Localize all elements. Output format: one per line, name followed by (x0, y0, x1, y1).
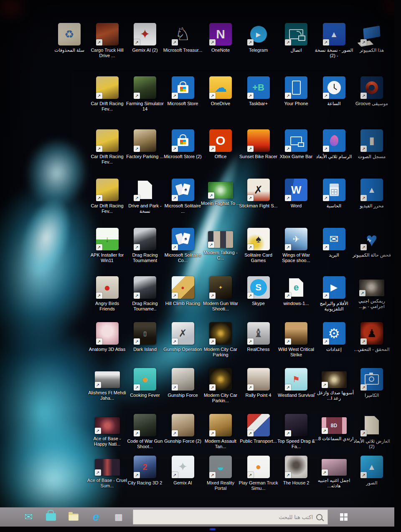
start-button[interactable] (333, 507, 355, 527)
desktop-icon-cargo-truck-hill-drive[interactable]: ↗Cargo Truck Hill Drive ... (87, 23, 127, 74)
desktop-icon-word[interactable]: W↗Word (276, 179, 316, 229)
desktop-icon-modern-city-car-parking-2[interactable]: ↗Modern City Car Parkin... (200, 368, 241, 419)
taskbar-store-icon[interactable] (43, 509, 59, 525)
desktop-icon-rally-point-4[interactable]: ↗Rally Point 4 (239, 368, 279, 419)
desktop-icon-video-editor[interactable]: ▲↗محرر الفيديو (352, 179, 392, 229)
desktop-icon-farming-simulator-14[interactable]: ↗Farming Simulator 14 (125, 76, 165, 127)
desktop-icon-hill-climb-racing[interactable]: ●↗Hill Climb Racing (163, 276, 203, 327)
desktop-icon-movies-tv[interactable]: ▶↗الأفلام والبرامج التلفزيونية (314, 276, 354, 327)
desktop-icon-mixed-reality-portal[interactable]: ◒↗Mixed Reality Portal (200, 456, 241, 507)
desktop-icon-photos-copy-2[interactable]: ▲↗الصور - نسخة نسخة - (2) (314, 23, 354, 74)
desktop-icon-city-racing-3d-2[interactable]: 2↗City Racing 3D 2 (125, 456, 165, 507)
desktop-icon-factory-parking[interactable]: ↗Factory Parking ... (125, 129, 165, 180)
desktop-icon-this-pc[interactable]: ↗هذا الكمبيوتر (352, 23, 392, 74)
desktop-icon-mail[interactable]: ✉↗البريد (314, 228, 354, 279)
desktop-icon-detective[interactable]: ♟↗المحقق - التحقي... (352, 322, 392, 373)
desktop-icon-modern-city-car-parking-1[interactable]: ↗Modern City Car Parking (200, 322, 241, 373)
desktop-icon-xbox-game-bar[interactable]: ↗Xbox Game Bar (276, 129, 316, 180)
desktop-icon-gemix-ai-2[interactable]: ✦↗Gemix AI (2) (125, 23, 165, 74)
microsoft-solitaire-1-icon: ↗ (172, 179, 194, 201)
shortcut-arrow-icon: ↗ (134, 146, 140, 152)
desktop-icon-pc-health-check[interactable]: ♥∿↗فحص حالة الكمبيوتر (352, 228, 392, 279)
desktop-icon-alishmes-video[interactable]: ↗Alishmes Ft Mehdi Jaha... (87, 368, 127, 419)
desktop-icon-wings-of-war[interactable]: ✈↗Wings of War Space shoo... (276, 228, 316, 279)
shortcut-arrow-icon: ↗ (323, 93, 329, 99)
desktop-icon-label: Gunship Operation (163, 347, 203, 352)
desktop-icon-label: Modern City Car Parking (200, 347, 241, 358)
desktop-icon-label: Office (200, 154, 241, 159)
desktop-icon-angry-birds-friends[interactable]: ●↗Angry Birds Friends (87, 276, 127, 327)
desktop-icon-windows-1-file[interactable]: e↗windows-1... (276, 276, 316, 327)
desktop-icon-ajmal-aghniya-video[interactable]: ↗اجمل اغنيه اجنبيه هادئه... (314, 456, 354, 507)
video-editor-icon: ▲↗ (360, 179, 383, 201)
taskbar-search-input[interactable]: اكتب هنا للبحث (133, 509, 328, 524)
desktop-icon-office[interactable]: O↗Office (200, 129, 241, 180)
desktop-icon-aswiha-sadak-video[interactable]: ↗أسويها صدك وازعل - رعد ا... (314, 368, 354, 419)
desktop-icon-anatomy-3d-atlas[interactable]: ↗Anatomy 3D Atlas (87, 322, 127, 373)
desktop-icon-alarms-clock[interactable]: ↗الساعة (314, 76, 354, 127)
desktop-icon-connect[interactable]: ↗اتصال (276, 23, 316, 74)
desktop-icon-gunship-operation[interactable]: ✗↗Gunship Operation (163, 322, 203, 373)
desktop-icon-car-drift-racing-1[interactable]: ↗Car Drift Racing Fev... (87, 76, 127, 127)
desktop-icon-ace-of-base-cruel-video[interactable]: ↗Ace of Base - Cruel Sum... (87, 456, 127, 507)
desktop-icon-microsoft-solitaire-1[interactable]: ↗Microsoft Solitaire ... (163, 179, 203, 229)
shortcut-arrow-icon: ↗ (360, 384, 367, 391)
desktop-icon-onedrive[interactable]: ☁↗OneDrive (200, 76, 241, 127)
shortcut-arrow-icon: ↗ (96, 195, 102, 201)
power-led (210, 528, 216, 530)
desktop-icon-drag-racing-tournament-1[interactable]: ↗Drag Racing Tournament (125, 228, 165, 279)
desktop-icon-skype[interactable]: S↗Skype (239, 276, 279, 327)
drag-racing-tournament-2-icon: ↗ (134, 276, 156, 299)
desktop-icon-apk-installer-win11[interactable]: ↓↗APK Installer for Win11 (87, 228, 127, 279)
desktop-icon-moein-faghat-to-video[interactable]: ↗Moein Faghat To ... (200, 179, 241, 229)
desktop-icon-your-phone[interactable]: ↗Your Phone (276, 76, 316, 127)
desktop-icon-calculator[interactable]: ↗الحاسبة (314, 179, 354, 229)
windows-1-file-icon-shape: e (289, 278, 303, 297)
desktop-icon-realchess[interactable]: ♝↗RealChess (239, 322, 279, 373)
desktop-icon-stickman-fight[interactable]: ✗↗Stickman Fight S... (239, 179, 279, 229)
desktop-icon-the-house-2[interactable]: ↗The House 2 (276, 456, 316, 507)
desktop-icon-car-drift-racing-3[interactable]: ↗Car Drift Racing Fev... (87, 179, 127, 229)
desktop-icon-drive-and-park-copy[interactable]: ↗Drive and Park - نسخة (125, 179, 165, 229)
taskbar-mail-icon[interactable]: ✉ (20, 509, 37, 525)
desktop-icon-voice-recorder[interactable]: ▮↗مسجل الصوت (352, 129, 392, 180)
desktop-icon-label: Dark Island (125, 347, 165, 352)
desktop-icon-label: Drag Racing Tourname.. (125, 301, 165, 312)
desktop-icon-microsoft-store-2[interactable]: ↗Microsoft Store (2) (163, 129, 203, 180)
desktop-icon-sunset-bike-racer[interactable]: ↗Sunset Bike Racer (239, 129, 279, 180)
desktop-icon-cooking-fever[interactable]: ●↗Cooking Fever (125, 368, 165, 419)
taskbar-file-explorer-icon[interactable] (65, 509, 82, 525)
desktop-icon-label: Microsoft Store (2) (163, 154, 203, 159)
camera-icon: ↗ (360, 368, 383, 391)
desktop-icon-recycle-bin[interactable]: ♻سلة المحذوفات (49, 23, 89, 74)
desktop-icon-camera[interactable]: ↗الكاميرا (352, 368, 392, 419)
desktop-icon-dark-island[interactable]: ▯↗Dark Island (125, 322, 165, 373)
desktop-icon-paint-3d[interactable]: ↗الرسام ثلاثي الأبعاد (314, 129, 354, 180)
taskbar-edge-icon[interactable]: e (88, 509, 104, 525)
desktop-icon-modern-talking-video[interactable]: ↗Modern Talking - C... (200, 228, 241, 279)
desktop-icon-taskbar-plus[interactable]: +B↗Taskbar+ (239, 76, 279, 127)
desktop-icon-groove-music[interactable]: ↗موسيقى Groove (352, 76, 392, 127)
desktop-icon-modern-gun-war[interactable]: ✦↗Modern Gun War Shooti... (200, 276, 241, 327)
desktop-icon-solitaire-card-games[interactable]: ♠↗Solitaire Card Games (239, 228, 279, 279)
desktop-icon-drag-racing-tournament-2[interactable]: ↗Drag Racing Tourname.. (125, 276, 165, 327)
desktop-icon-onenote[interactable]: N↗OneNote (200, 23, 241, 74)
desktop-icon-label: المحقق - التحقي... (352, 347, 392, 352)
desktop-icon-settings[interactable]: ⚙↗إعدادات (314, 322, 354, 373)
desktop-icon-remix-ajnabi-video[interactable]: ↗ريمكس اجنبي اجرامي - بو... (352, 276, 392, 327)
desktop-icon-telegram[interactable]: ▶↗Telegram (239, 23, 279, 74)
desktop-icon-gemix-ai[interactable]: ✦↗Gemix AI (163, 456, 203, 507)
desktop-icon-gunship-force-1[interactable]: ↗Gunship Force (163, 368, 203, 419)
desktop-icon-photos[interactable]: ▲↗الصور (352, 456, 392, 507)
desktop-icon-westland-survival[interactable]: ⚑↗Westland Survival (276, 368, 316, 419)
desktop-icon-car-drift-racing-2[interactable]: ↗Car Drift Racing Fev... (87, 129, 127, 180)
desktop-icon-label: Word (276, 203, 316, 209)
shortcut-arrow-icon: ↗ (285, 292, 291, 299)
desktop-icon-play-german-truck[interactable]: ●↗Play German Truck Simu... (239, 456, 279, 507)
desktop-icon-microsoft-treasure[interactable]: ♘↗Microsoft Treasur... (163, 23, 203, 74)
taskbar-task-view-icon[interactable]: ▦ (110, 509, 127, 525)
desktop-icon-microsoft-solitaire-2[interactable]: ↗Microsoft Solitaire Co... (163, 228, 203, 279)
desktop-icon-wild-west-critical-strike[interactable]: ↗Wild West Critical Strike (276, 322, 316, 373)
desktop-icon-label: The House 2 (276, 480, 316, 486)
desktop-icon-microsoft-store[interactable]: ↗Microsoft Store (163, 76, 203, 127)
